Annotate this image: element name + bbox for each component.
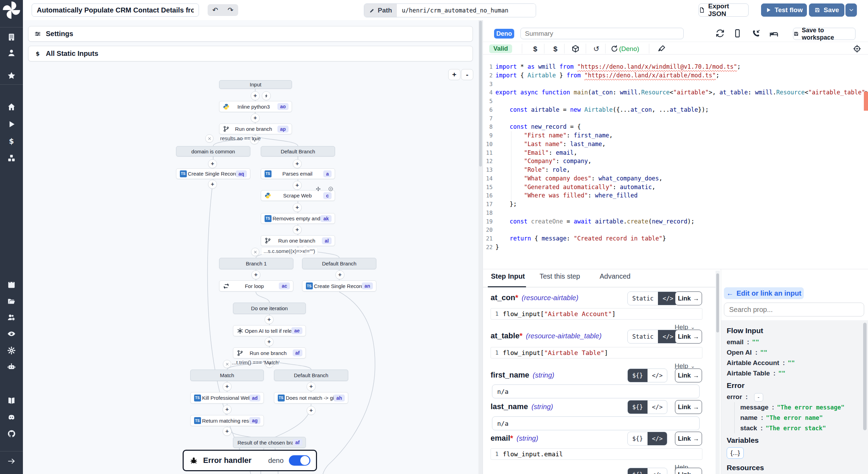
code-line[interactable]: 19 const createOne = await airtable.crea… (483, 217, 868, 226)
zoom-out-button[interactable]: - (461, 69, 473, 80)
sidebar-item-docs[interactable] (0, 393, 23, 408)
add-step-button[interactable]: + (307, 382, 316, 391)
field-expression-at_table[interactable]: 1flow_input["Airtable Table"] (491, 347, 702, 358)
code-line[interactable]: 15 "Generated automatically": automatic, (483, 183, 868, 192)
add-step-button[interactable]: + (208, 159, 217, 168)
sidebar-item-home[interactable] (0, 100, 23, 114)
path-value[interactable]: u/henri/crm_automated_no_human (397, 4, 536, 17)
branch-1-node[interactable]: Branch 1 (219, 258, 293, 269)
add-step-button[interactable]: + (223, 405, 232, 414)
sidebar-item-variables[interactable]: $ (0, 134, 23, 149)
remove-branch-button[interactable] (223, 360, 231, 368)
run-one-branch-af-node[interactable]: Run one branchaf (233, 347, 306, 358)
error-prop-row-stack[interactable]: stack:"The error stack" (740, 423, 868, 433)
toggle-option[interactable]: </> (648, 369, 667, 382)
toggle-option[interactable]: ${} (628, 400, 648, 414)
run-one-branch-al-node[interactable]: Run one branchal (261, 235, 335, 246)
toggle-option[interactable]: </> (648, 468, 667, 474)
code-line[interactable]: 6 const airtable = new Airtable({...at_c… (483, 105, 868, 114)
default-branch-3-node[interactable]: Default Branch (274, 370, 348, 381)
sidebar-item-discord[interactable] (0, 410, 23, 425)
create-single-record-an-node[interactable]: TSCreate Single Record (Airtable)an (302, 280, 376, 291)
code-line[interactable]: 1import * as wmill from "https://deno.la… (483, 62, 868, 71)
remove-branch-button[interactable] (251, 248, 259, 256)
prop-row-airtable-table[interactable]: Airtable Table:"" (727, 368, 868, 379)
prop-row-airtable-account[interactable]: Airtable Account:"" (727, 358, 868, 368)
does-not-match-empty-value-node[interactable]: TSDoes not match -> gives empty valueah (274, 392, 348, 404)
bed-icon[interactable] (769, 28, 779, 38)
sidebar-item-groups[interactable] (0, 310, 23, 325)
sidebar-item-workspaces[interactable] (0, 30, 23, 44)
create-single-record-aq-node[interactable]: TSCreate Single Record (Airtable)aq (176, 168, 250, 179)
field-value-last_name[interactable]: n/a (492, 416, 700, 430)
dollar-static-icon[interactable]: $ (551, 44, 560, 53)
flow-settings-button[interactable]: Settings (28, 26, 473, 42)
export-json-button[interactable]: Export JSON (699, 3, 749, 17)
sidebar-item-favorites[interactable] (0, 68, 23, 83)
tab-advanced[interactable]: Advanced (600, 272, 631, 280)
code-line[interactable]: 12 "Company": company, (483, 157, 868, 166)
code-line[interactable]: 2import { Airtable } from "https://deno.… (483, 71, 868, 80)
code-line[interactable]: 9 "First name": first_name, (483, 131, 868, 140)
add-step-button[interactable]: + (265, 315, 274, 324)
code-line[interactable]: 4export async function main(at_con: wmil… (483, 88, 868, 97)
branch-domain-is-common-node[interactable]: domain is common (176, 146, 250, 156)
sidebar-item-workers[interactable] (0, 359, 23, 374)
step-panel-scrollbar[interactable] (716, 271, 720, 474)
add-step-button[interactable]: + (251, 270, 260, 279)
parses-email-node[interactable]: TSParses emaila (261, 168, 335, 179)
trigger-icon[interactable] (262, 91, 271, 100)
add-step-button[interactable]: + (335, 270, 344, 279)
scrape-web-node[interactable]: Scrape Webc (261, 190, 335, 201)
for-loop-node[interactable]: For loopac (219, 280, 293, 291)
code-editor[interactable]: 1import * as wmill from "https://deno.la… (483, 54, 868, 269)
input-mode-toggle[interactable]: Static</> (627, 291, 678, 305)
prop-row-email[interactable]: email:"" (727, 337, 868, 347)
undo-icon[interactable]: ↺ (592, 44, 601, 53)
undo-button[interactable]: ↶ (208, 4, 223, 16)
flow-canvas[interactable]: Settings $ All Static Inputs + - InputIn… (23, 20, 483, 474)
code-line[interactable]: 17 }; (483, 200, 868, 209)
add-step-button[interactable]: + (293, 225, 302, 234)
sidebar-item-users[interactable] (0, 45, 23, 60)
link-input-button[interactable]: Link→ (675, 468, 702, 474)
sidebar-item-schedules[interactable] (0, 277, 23, 292)
code-line[interactable]: 16 "Where was filled": where_filled (483, 191, 868, 200)
sidebar-item-audit-logs[interactable] (0, 327, 23, 341)
branch-match-node[interactable]: Match (190, 370, 264, 381)
error-prop-row-name[interactable]: name:"The error name" (740, 413, 868, 423)
inline-python3-node[interactable]: Inline python3ao (219, 101, 292, 112)
toggle-option[interactable]: Static (628, 330, 658, 343)
toggle-option[interactable]: </> (648, 400, 667, 414)
toggle-option[interactable]: ${} (628, 432, 648, 445)
error-key-row[interactable]: error:- (727, 392, 868, 402)
delete-node-button[interactable] (327, 185, 334, 193)
link-input-button[interactable]: Link→ (675, 330, 702, 344)
add-step-button[interactable]: + (293, 203, 302, 212)
code-line[interactable]: 11 "Email": email, (483, 149, 868, 157)
toggle-option[interactable]: Static (628, 292, 658, 305)
toggle-option[interactable]: ${} (628, 369, 648, 382)
default-branch-1-node[interactable]: Default Branch (261, 146, 335, 156)
crosshair-icon[interactable] (853, 44, 861, 53)
toggle-option[interactable]: ${} (628, 468, 648, 474)
link-input-button[interactable]: Link→ (675, 291, 702, 305)
sidebar-item-settings[interactable] (0, 343, 23, 358)
code-line[interactable]: 3 (483, 80, 868, 88)
canvas-scrollbar[interactable] (478, 20, 483, 474)
variables-object-button[interactable]: {...} (727, 447, 744, 459)
link-input-button[interactable]: Link→ (675, 369, 702, 382)
path-edit-button[interactable]: Path (364, 4, 397, 17)
swap-icon[interactable] (715, 28, 725, 38)
result-chosen-branch-node[interactable]: Result of the chosen branchaf (233, 437, 306, 448)
input-mode-toggle[interactable]: ${}</> (627, 468, 667, 474)
code-line[interactable]: 13 "Role": role, (483, 166, 868, 174)
field-value-first_name[interactable]: n/a (492, 384, 700, 398)
code-line[interactable]: 14 "What company does": what_company_doe… (483, 174, 868, 183)
error-handler-toggle[interactable] (289, 455, 310, 466)
brush-icon[interactable] (657, 44, 666, 53)
add-step-button[interactable]: + (293, 181, 302, 190)
zoom-in-button[interactable]: + (448, 69, 460, 80)
test-flow-button[interactable]: Test flow (761, 3, 807, 17)
add-step-button[interactable]: + (265, 337, 274, 346)
